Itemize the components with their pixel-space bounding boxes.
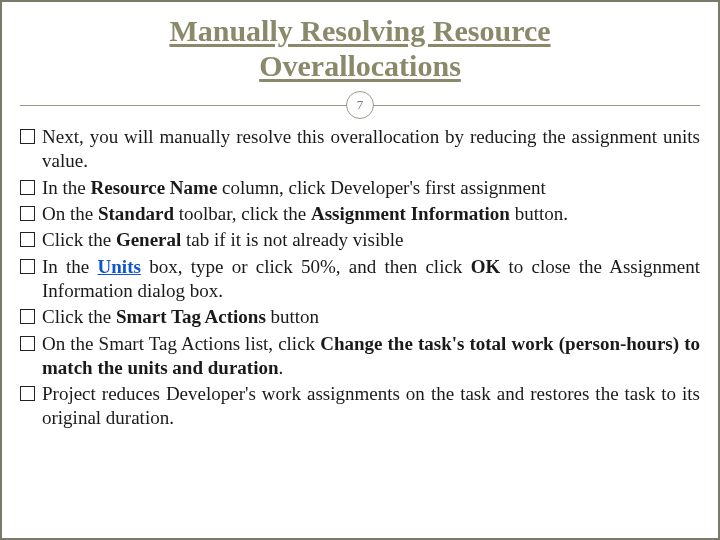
bold-text: General bbox=[116, 229, 181, 250]
list-item: Project reduces Developer's work assignm… bbox=[20, 382, 700, 431]
checkbox-icon bbox=[20, 206, 35, 221]
text-segment: Click the bbox=[42, 306, 116, 327]
text-segment: Standard bbox=[98, 203, 174, 224]
text-segment: On the bbox=[42, 203, 98, 224]
text-segment: toolbar, click the bbox=[174, 203, 311, 224]
bold-text: Standard bbox=[98, 203, 174, 224]
list-item: On the Standard toolbar, click the Assig… bbox=[20, 202, 700, 226]
bold-text: Assignment Information bbox=[311, 203, 510, 224]
checkbox-icon bbox=[20, 309, 35, 324]
text-segment: In the bbox=[42, 256, 98, 277]
text-segment: Project reduces Developer's work assignm… bbox=[42, 383, 700, 428]
text-segment: box, type or click 50%, and then click bbox=[141, 256, 471, 277]
checkbox-icon bbox=[20, 232, 35, 247]
list-item: On the Smart Tag Actions list, click Cha… bbox=[20, 332, 700, 381]
list-item: In the Resource Name column, click Devel… bbox=[20, 176, 700, 200]
bold-text: Units bbox=[98, 256, 141, 277]
bold-text: OK bbox=[471, 256, 501, 277]
text-segment: In the bbox=[42, 177, 91, 198]
body-text: Next, you will manually resolve this ove… bbox=[20, 125, 700, 431]
checkbox-icon bbox=[20, 259, 35, 274]
text-segment: Next, you will manually resolve this ove… bbox=[42, 126, 700, 171]
title-divider: 7 bbox=[20, 91, 700, 119]
list-item: Click the Smart Tag Actions button bbox=[20, 305, 700, 329]
text-segment: button bbox=[266, 306, 319, 327]
text-segment: On the Smart Tag Actions list, click bbox=[42, 333, 320, 354]
link-text: Units bbox=[98, 256, 141, 277]
text-segment: Resource Name bbox=[91, 177, 218, 198]
list-item: Click the General tab if it is not alrea… bbox=[20, 228, 700, 252]
checkbox-icon bbox=[20, 180, 35, 195]
checkbox-icon bbox=[20, 336, 35, 351]
slide-frame: Manually Resolving Resource Overallocati… bbox=[0, 0, 720, 540]
text-segment: button. bbox=[510, 203, 568, 224]
bold-text: Resource Name bbox=[91, 177, 218, 198]
slide-title: Manually Resolving Resource Overallocati… bbox=[20, 14, 700, 83]
list-item: Next, you will manually resolve this ove… bbox=[20, 125, 700, 174]
bold-text: Smart Tag Actions bbox=[116, 306, 266, 327]
text-segment: General bbox=[116, 229, 181, 250]
page-number-badge: 7 bbox=[346, 91, 374, 119]
text-segment: tab if it is not already visible bbox=[181, 229, 403, 250]
text-segment: Click the bbox=[42, 229, 116, 250]
text-segment: Assignment Information bbox=[311, 203, 510, 224]
text-segment: OK bbox=[471, 256, 501, 277]
text-segment: Smart Tag Actions bbox=[116, 306, 266, 327]
text-segment: column, click Developer's first assignme… bbox=[217, 177, 545, 198]
text-segment: . bbox=[279, 357, 284, 378]
checkbox-icon bbox=[20, 386, 35, 401]
list-item: In the Units box, type or click 50%, and… bbox=[20, 255, 700, 304]
checkbox-icon bbox=[20, 129, 35, 144]
